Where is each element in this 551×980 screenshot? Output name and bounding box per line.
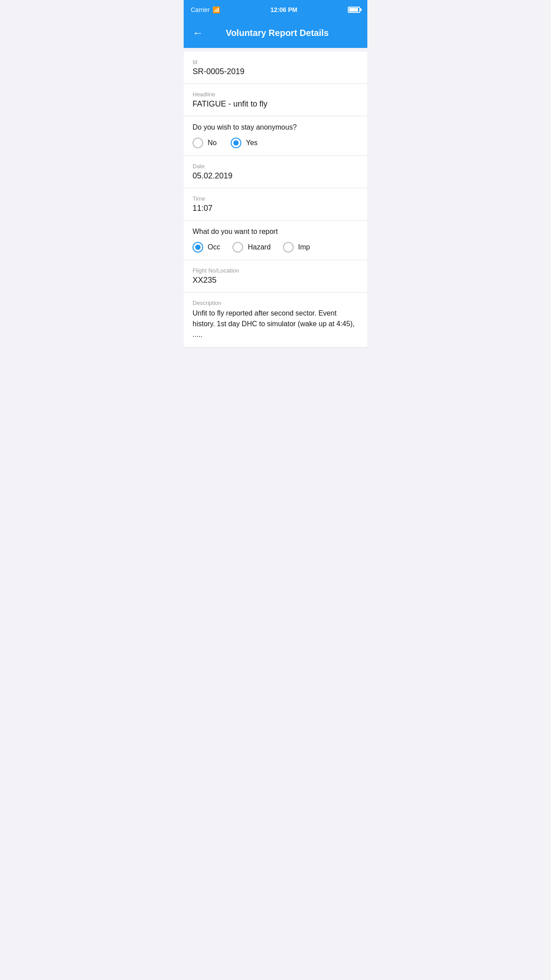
report-occ-label: Occ <box>208 243 220 251</box>
anonymous-no-option[interactable]: No <box>193 138 216 148</box>
date-value: 05.02.2019 <box>193 171 358 181</box>
carrier-label: Carrier <box>191 6 210 13</box>
report-occ-option[interactable]: Occ <box>193 242 220 253</box>
anonymous-yes-label: Yes <box>246 139 257 147</box>
back-arrow-icon: ← <box>193 27 203 39</box>
back-button[interactable]: ← <box>191 25 205 41</box>
anonymous-yes-radio[interactable] <box>231 138 241 148</box>
id-label: Id <box>193 59 358 65</box>
report-imp-radio[interactable] <box>283 242 294 253</box>
top-spacer <box>184 48 367 51</box>
anonymous-no-radio[interactable] <box>193 138 203 148</box>
content-area: Id SR-0005-2019 Headline FATIGUE - unfit… <box>184 51 367 348</box>
date-label: Date <box>193 163 358 170</box>
report-imp-option[interactable]: Imp <box>283 242 310 253</box>
anonymous-yes-option[interactable]: Yes <box>231 138 257 148</box>
report-hazard-radio[interactable] <box>232 242 243 253</box>
report-options: Occ Hazard Imp <box>193 242 358 253</box>
anonymous-field: Do you wish to stay anonymous? No Yes <box>184 116 367 156</box>
flight-no-label: Flight No/Location <box>193 267 358 274</box>
description-label: Description <box>193 300 358 306</box>
report-hazard-option[interactable]: Hazard <box>232 242 271 253</box>
status-time: 12:06 PM <box>271 6 298 13</box>
battery-area <box>348 7 360 13</box>
report-type-field: What do you want to report Occ Hazard Im… <box>184 221 367 260</box>
description-field: Description Unfit to fly reported after … <box>184 292 367 348</box>
date-field: Date 05.02.2019 <box>184 156 367 188</box>
carrier-wifi: Carrier 📶 <box>191 6 220 13</box>
flight-no-value: XX235 <box>193 276 358 285</box>
description-value: Unfit to fly reported after second secto… <box>193 308 358 340</box>
battery-icon <box>348 7 360 13</box>
report-imp-label: Imp <box>298 243 310 251</box>
anonymous-question: Do you wish to stay anonymous? <box>193 123 358 131</box>
headline-label: Headline <box>193 91 358 98</box>
id-field: Id SR-0005-2019 <box>184 51 367 84</box>
headline-value: FATIGUE - unfit to fly <box>193 99 358 109</box>
page-header: ← Voluntary Report Details <box>184 20 367 48</box>
report-question: What do you want to report <box>193 228 358 236</box>
description-ellipsis: ..... <box>193 331 202 338</box>
anonymous-no-label: No <box>208 139 216 147</box>
time-value: 11:07 <box>193 204 358 213</box>
report-hazard-label: Hazard <box>248 243 271 251</box>
wifi-icon: 📶 <box>213 6 220 13</box>
time-label: Time <box>193 195 358 202</box>
report-occ-radio[interactable] <box>193 242 203 253</box>
headline-field: Headline FATIGUE - unfit to fly <box>184 84 367 116</box>
anonymous-options: No Yes <box>193 138 358 148</box>
status-bar: Carrier 📶 12:06 PM <box>184 0 367 20</box>
page-title: Voluntary Report Details <box>210 28 344 38</box>
time-field: Time 11:07 <box>184 188 367 221</box>
id-value: SR-0005-2019 <box>193 67 358 76</box>
flight-no-field: Flight No/Location XX235 <box>184 260 367 292</box>
